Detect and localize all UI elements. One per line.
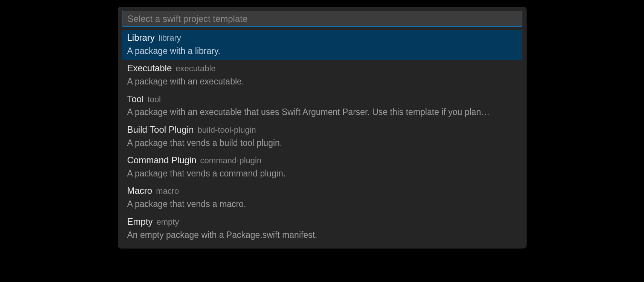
template-item-executable[interactable]: ExecutableexecutableA package with an ex… [122,60,522,91]
template-item-library[interactable]: LibrarylibraryA package with a library. [122,30,522,60]
template-item-label: Executable [127,62,172,75]
template-item-tool[interactable]: TooltoolA package with an executable tha… [122,91,522,122]
template-item-description: A package that vends a macro. [127,198,517,211]
search-input-wrapper [122,11,522,27]
template-item-id: library [159,32,181,44]
template-item-label: Library [127,31,155,44]
template-item-label: Empty [127,215,153,228]
template-item-description: A package with an executable that uses S… [127,106,517,119]
template-item-id: tool [148,93,161,106]
template-item-label: Build Tool Plugin [127,123,194,136]
template-item-description: A package with an executable. [127,75,517,88]
template-item-empty[interactable]: EmptyemptyAn empty package with a Packag… [122,214,522,244]
template-list: LibrarylibraryA package with a library.E… [122,30,522,244]
template-item-command-plugin[interactable]: Command Plugincommand-pluginA package th… [122,152,522,183]
template-item-description: A package that vends a build tool plugin… [127,136,517,150]
template-search-input[interactable] [122,11,522,27]
template-item-id: build-tool-plugin [198,124,256,136]
template-item-header: Executableexecutable [127,62,517,75]
template-item-description: A package with a library. [127,44,517,58]
template-item-macro[interactable]: MacromacroA package that vends a macro. [122,183,522,213]
template-item-header: Tooltool [127,93,517,106]
template-item-id: macro [156,185,179,197]
template-item-label: Tool [127,93,144,106]
quickpick-panel: LibrarylibraryA package with a library.E… [118,7,526,248]
template-item-header: Librarylibrary [127,31,517,44]
template-item-label: Macro [127,184,153,198]
template-item-description: An empty package with a Package.swift ma… [127,228,517,242]
template-item-header: Command Plugincommand-plugin [127,154,517,167]
template-item-header: Build Tool Pluginbuild-tool-plugin [127,123,517,136]
template-item-header: Macromacro [127,184,517,198]
template-item-build-tool-plugin[interactable]: Build Tool Pluginbuild-tool-pluginA pack… [122,122,522,152]
template-item-label: Command Plugin [127,154,197,167]
template-item-id: executable [175,63,215,75]
template-item-id: command-plugin [200,155,262,167]
template-item-header: Emptyempty [127,215,517,228]
template-item-description: A package that vends a command plugin. [127,167,517,180]
template-item-id: empty [157,216,179,228]
